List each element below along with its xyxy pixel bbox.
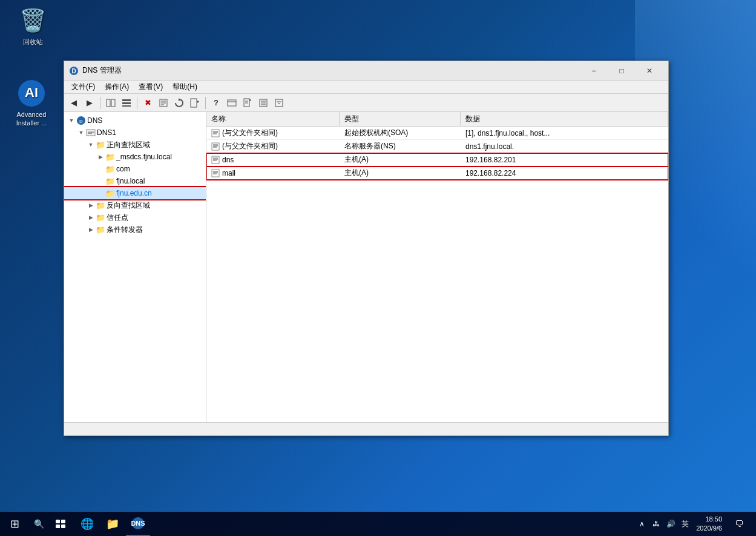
- tray-lang[interactable]: 英: [679, 512, 691, 536]
- conditional-forward-folder-icon: 📁: [96, 225, 105, 234]
- trust-point-folder-icon: 📁: [96, 213, 105, 222]
- toolbar-view[interactable]: [119, 96, 134, 110]
- cell-type-soa: 起始授权机构(SOA): [340, 127, 461, 139]
- taskbar-explorer-icon[interactable]: 📁: [100, 512, 125, 536]
- cell-name-mail: mail: [206, 167, 340, 179]
- msdcs-expander: ▶: [96, 152, 105, 162]
- list-header: 名称 类型 数据: [206, 112, 668, 127]
- toolbar: ◀ ▶ ✖ ?: [64, 94, 668, 112]
- toolbar-sep-1: [100, 97, 100, 109]
- recycle-bin-image: 🗑️: [18, 6, 47, 35]
- list-row-mail[interactable]: mail 主机(A) 192.168.82.224: [206, 167, 668, 180]
- tree-label-dns: DNS: [87, 116, 102, 125]
- tree-label-forward-zone: 正向查找区域: [107, 140, 150, 150]
- list-row[interactable]: (与父文件夹相同) 起始授权机构(SOA) [1], dns1.fjnu.loc…: [206, 127, 668, 140]
- menu-action[interactable]: 操作(A): [100, 81, 134, 93]
- svg-rect-5: [111, 99, 115, 107]
- fjnu-edu-cn-folder-icon: 📁: [105, 188, 115, 198]
- advanced-installer-icon[interactable]: AI Advanced Installer ...: [7, 79, 56, 128]
- toolbar-new-zone[interactable]: [225, 96, 239, 110]
- window-controls: − □ ✕: [580, 61, 663, 81]
- maximize-button[interactable]: □: [608, 61, 636, 81]
- com-expander: [96, 164, 105, 174]
- minimize-button[interactable]: −: [580, 61, 608, 81]
- col-header-data[interactable]: 数据: [461, 112, 668, 126]
- svg-text:AI: AI: [25, 85, 38, 100]
- cell-name-soa-text: (与父文件夹相同): [222, 128, 278, 138]
- start-button[interactable]: ⊞: [0, 512, 29, 536]
- svg-text:DNS: DNS: [131, 520, 145, 527]
- recycle-bin-icon[interactable]: 🗑️ 回收站: [11, 6, 54, 47]
- tray-network[interactable]: 🖧: [650, 512, 662, 536]
- tree-item-com[interactable]: 📁 com: [64, 163, 206, 175]
- tree-label-msdcs: _msdcs.fjnu.local: [116, 153, 172, 161]
- toolbar-new-record[interactable]: [240, 96, 255, 110]
- tree-item-dns[interactable]: ▼ D DNS: [64, 114, 206, 127]
- trust-point-expander: ▶: [86, 213, 96, 222]
- reverse-zone-folder-icon: 📁: [96, 200, 105, 210]
- list-row-dns[interactable]: dns 主机(A) 192.168.82.201: [206, 153, 668, 167]
- svg-text:D: D: [79, 119, 83, 124]
- tree-item-fjnu-edu-cn[interactable]: 📁 fjnu.edu.cn: [64, 187, 206, 199]
- toolbar-show-tree[interactable]: [104, 96, 118, 110]
- svg-rect-54: [56, 524, 60, 528]
- ns-record-icon: [211, 142, 220, 151]
- cell-name-ns: (与父文件夹相同): [206, 140, 340, 153]
- toolbar-properties[interactable]: [156, 96, 171, 110]
- svg-rect-17: [228, 100, 236, 106]
- dns-record-icon: [211, 156, 220, 164]
- tree-item-fjnu-local[interactable]: 📁 fjnu.local: [64, 175, 206, 187]
- tree-item-forward-zone[interactable]: ▼ 📁 正向查找区域: [64, 139, 206, 151]
- tree-item-dns1[interactable]: ▼ DNS1: [64, 127, 206, 139]
- cell-name-mail-text: mail: [222, 169, 235, 177]
- svg-rect-36: [212, 130, 219, 137]
- taskbar-ie-icon[interactable]: 🌐: [75, 512, 99, 536]
- tree-item-msdcs[interactable]: ▶ 📁 _msdcs.fjnu.local: [64, 151, 206, 163]
- tray-clock[interactable]: 18:50 2020/9/6: [694, 515, 725, 534]
- tree-label-fjnu-local: fjnu.local: [116, 177, 145, 185]
- toolbar-filter[interactable]: [272, 96, 286, 110]
- taskbar-app-icons: 🌐 📁 DNS: [75, 512, 150, 536]
- menu-bar: 文件(F) 操作(A) 查看(V) 帮助(H): [64, 81, 668, 94]
- tray-chevron[interactable]: ∧: [636, 512, 648, 536]
- toolbar-mmu[interactable]: [256, 96, 271, 110]
- title-bar: D DNS 管理器 − □ ✕: [64, 61, 668, 81]
- toolbar-back[interactable]: ◀: [67, 96, 81, 110]
- toolbar-help[interactable]: ?: [209, 96, 223, 110]
- taskbar-dns-icon[interactable]: DNS: [126, 512, 150, 536]
- fjnu-local-folder-icon: 📁: [105, 176, 115, 186]
- cell-type-mail: 主机(A): [340, 167, 461, 179]
- list-row[interactable]: (与父文件夹相同) 名称服务器(NS) dns1.fjnu.local.: [206, 140, 668, 153]
- com-folder-icon: 📁: [105, 164, 115, 174]
- svg-rect-40: [212, 143, 219, 150]
- menu-help[interactable]: 帮助(H): [168, 81, 202, 93]
- close-button[interactable]: ✕: [636, 61, 663, 81]
- col-header-type[interactable]: 类型: [340, 112, 461, 126]
- tray-volume[interactable]: 🔊: [665, 512, 677, 536]
- cell-type-dns: 主机(A): [340, 153, 461, 166]
- toolbar-forward[interactable]: ▶: [82, 96, 97, 110]
- toolbar-refresh[interactable]: [172, 96, 186, 110]
- dns-expander: ▼: [67, 116, 76, 125]
- tree-item-reverse-zone[interactable]: ▶ 📁 反向查找区域: [64, 199, 206, 211]
- col-header-name[interactable]: 名称: [206, 112, 340, 126]
- svg-text:D: D: [71, 68, 76, 74]
- search-button[interactable]: 🔍: [29, 512, 48, 536]
- svg-rect-52: [56, 520, 60, 523]
- toolbar-delete[interactable]: ✖: [140, 96, 155, 110]
- menu-view[interactable]: 查看(V): [134, 81, 168, 93]
- svg-rect-34: [88, 132, 94, 133]
- cell-name-soa: (与父文件夹相同): [206, 127, 340, 139]
- recycle-bin-label: 回收站: [23, 38, 43, 47]
- window-icon: D: [69, 66, 79, 76]
- notification-center-button[interactable]: 🗨: [727, 512, 751, 536]
- advanced-installer-image: AI: [17, 79, 46, 108]
- task-view-button[interactable]: [48, 512, 73, 536]
- tree-item-conditional-forward[interactable]: ▶ 📁 条件转发器: [64, 223, 206, 236]
- svg-rect-55: [61, 524, 65, 528]
- toolbar-export[interactable]: [188, 96, 202, 110]
- dns1-icon: [86, 128, 96, 137]
- tree-item-trust-point[interactable]: ▶ 📁 信任点: [64, 211, 206, 223]
- menu-file[interactable]: 文件(F): [67, 81, 100, 93]
- cell-data-soa: [1], dns1.fjnu.local., host...: [461, 127, 668, 139]
